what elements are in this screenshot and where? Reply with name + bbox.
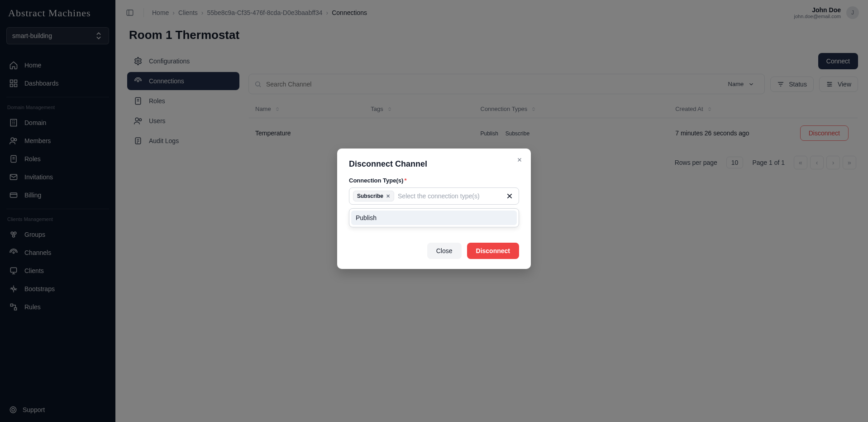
modal-overlay[interactable]: Disconnect Channel Connection Type(s)* S…	[0, 0, 868, 422]
modal-close-button[interactable]	[515, 155, 525, 165]
chip-label: Subscribe	[357, 193, 383, 199]
disconnect-channel-modal: Disconnect Channel Connection Type(s)* S…	[337, 149, 531, 269]
connection-types-dropdown: Publish	[349, 208, 519, 227]
field-label-text: Connection Type(s)	[349, 177, 403, 184]
dropdown-option-publish[interactable]: Publish	[351, 211, 517, 225]
selected-chip-subscribe: Subscribe ✕	[353, 191, 394, 201]
modal-title: Disconnect Channel	[349, 159, 519, 169]
chip-remove-button[interactable]: ✕	[386, 193, 390, 199]
modal-close-action[interactable]: Close	[427, 243, 462, 259]
connection-types-input[interactable]	[398, 192, 501, 200]
field-label-connection-types: Connection Type(s)*	[349, 177, 519, 184]
modal-disconnect-action[interactable]: Disconnect	[467, 243, 519, 259]
clear-all-button[interactable]	[504, 192, 515, 200]
connection-types-multiselect[interactable]: Subscribe ✕	[349, 187, 519, 205]
